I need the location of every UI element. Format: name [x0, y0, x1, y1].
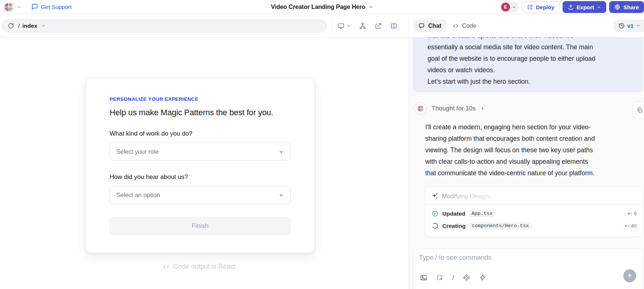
spinner-icon: [432, 222, 439, 229]
account-chevron-down-icon: [512, 5, 516, 9]
route-chevron-down-icon[interactable]: [41, 24, 46, 28]
slash-command-icon[interactable]: /: [452, 273, 454, 282]
deploy-button[interactable]: Deploy: [522, 1, 560, 13]
preview-toolbar: / index: [0, 14, 408, 37]
title-chevron-down-icon: [369, 5, 373, 9]
file-path: App.tsx: [469, 210, 495, 217]
chat-input[interactable]: [419, 254, 637, 269]
get-support-link[interactable]: Get Support: [31, 3, 72, 10]
file-action: Updated: [442, 210, 465, 217]
copy-icon: [637, 107, 643, 113]
file-action: Creating: [442, 223, 466, 229]
user-message-line: videos or watch videos.: [427, 64, 637, 76]
version-chevron-down-icon: [636, 24, 640, 28]
tab-code[interactable]: Code: [452, 23, 476, 29]
finish-button[interactable]: Finish: [110, 217, 291, 235]
diff-stats: + - 40: [625, 223, 637, 229]
user-message-line: goal of the website is to encourage peop…: [427, 53, 637, 64]
role-select[interactable]: Select your role: [110, 143, 291, 161]
user-message-bubble: that lets creators upload and share thei…: [413, 37, 643, 92]
deploy-external-icon: [527, 4, 533, 10]
upload-icon: [568, 4, 574, 10]
project-title-menu[interactable]: Video Creator Landing Page Hero: [271, 0, 373, 14]
version-selector[interactable]: v1: [614, 20, 644, 32]
monitor-icon: [337, 22, 345, 30]
thought-label: Thought for 10s: [432, 105, 476, 112]
tab-code-label: Code: [462, 23, 476, 29]
file-change-row[interactable]: Creating components/Hero.tsx + - 40: [432, 220, 637, 232]
diff-plus: +: [627, 211, 630, 216]
export-button[interactable]: Export: [563, 1, 607, 13]
refresh-icon[interactable]: [8, 23, 14, 29]
assistant-avatar: [414, 102, 427, 115]
preview-url-bar[interactable]: / index: [2, 19, 327, 33]
tab-chat[interactable]: Chat: [413, 20, 446, 32]
open-in-new-tab-icon[interactable]: [375, 22, 382, 30]
support-chat-bubble-icon: [31, 3, 38, 10]
share-label: Share: [623, 4, 639, 10]
page-title: Video Creator Landing Page Hero: [271, 4, 365, 10]
route-path[interactable]: / index: [18, 23, 37, 29]
diff-minus: -: [628, 223, 630, 229]
get-support-label: Get Support: [41, 4, 72, 10]
copy-message-button[interactable]: [633, 102, 644, 118]
user-message-line: Let's start with just the hero section.: [427, 76, 637, 87]
diff-stats: + - 9: [627, 211, 637, 216]
chat-composer: /: [413, 249, 643, 289]
user-message-line: that lets creators upload and share thei…: [427, 37, 637, 41]
role-select-chevron-down-icon: [279, 149, 284, 155]
question-label-role: What kind of work do you do?: [110, 130, 291, 137]
chat-pane: Chat Code v1: [409, 14, 644, 289]
assistant-message: I'll create a modern, engaging hero sect…: [425, 122, 640, 179]
assistant-line: that communicate the video-centric natur…: [425, 167, 640, 179]
quick-action-lightning-icon[interactable]: [479, 274, 486, 281]
modal-eyebrow: PERSONALIZE YOUR EXPERIENCE: [110, 96, 291, 102]
role-select-placeholder: Select your role: [116, 148, 159, 155]
deploy-label: Deploy: [536, 4, 554, 10]
design-progress-card: Modifying Design... Updated App.tsx + - …: [425, 186, 643, 237]
preview-pane: / index: [0, 14, 408, 289]
file-path: components/Hero.tsx: [469, 222, 531, 229]
tab-chat-label: Chat: [428, 23, 442, 29]
device-chevron-down-icon: [347, 24, 351, 28]
assistant-line: I'll create a modern, engaging hero sect…: [425, 122, 640, 133]
question-label-referral: How did you hear about us?: [110, 173, 291, 181]
thought-chevron-right-icon: [480, 106, 485, 111]
version-label: v1: [627, 23, 634, 29]
component-tree-icon[interactable]: [359, 22, 366, 30]
share-button[interactable]: Share: [609, 1, 644, 13]
attach-image-icon[interactable]: [420, 274, 427, 282]
file-change-row[interactable]: Updated App.tsx + - 9: [432, 207, 637, 220]
referral-select[interactable]: Select an option: [110, 186, 291, 204]
referral-select-chevron-down-icon: [279, 193, 284, 198]
app-window: Get Support Video Creator Landing Page H…: [0, 0, 644, 289]
route-slash: /: [18, 23, 20, 29]
chat-scroll-area[interactable]: that lets creators upload and share thei…: [409, 37, 644, 289]
card-divider: [426, 205, 643, 205]
referral-select-placeholder: Select an option: [116, 192, 160, 199]
select-element-icon[interactable]: [436, 274, 444, 282]
diff-count: 9: [634, 211, 637, 216]
preview-canvas: PERSONALIZE YOUR EXPERIENCE Help us make…: [0, 37, 408, 289]
account-menu[interactable]: E: [500, 1, 519, 13]
sparkle-icon: [432, 193, 438, 199]
toggle-panel-icon[interactable]: [390, 22, 398, 30]
assistant-line: sharing platform that encourages both co…: [425, 133, 640, 144]
avatar: E: [501, 3, 510, 11]
diff-count: 40: [631, 223, 637, 229]
magic-patterns-logo-icon[interactable]: [4, 2, 13, 12]
modal-heading: Help us make Magic Patterns the best for…: [110, 108, 291, 117]
toolbar-divider: [332, 21, 332, 31]
check-circle-icon: [432, 210, 439, 217]
status-label: Modifying Design...: [442, 193, 494, 200]
top-header: Get Support Video Creator Landing Page H…: [0, 0, 644, 14]
code-icon: [162, 263, 170, 270]
send-button[interactable]: [623, 269, 636, 282]
thought-toggle[interactable]: Thought for 10s: [414, 102, 644, 115]
onboarding-modal: PERSONALIZE YOUR EXPERIENCE Help us make…: [85, 77, 315, 253]
workspace-chevron-down-icon[interactable]: [17, 5, 21, 9]
component-icon[interactable]: [463, 274, 470, 282]
assistant-line: with clear calls-to-action and visually …: [425, 156, 640, 167]
device-size-menu[interactable]: [337, 22, 351, 30]
globe-icon: [614, 4, 620, 10]
